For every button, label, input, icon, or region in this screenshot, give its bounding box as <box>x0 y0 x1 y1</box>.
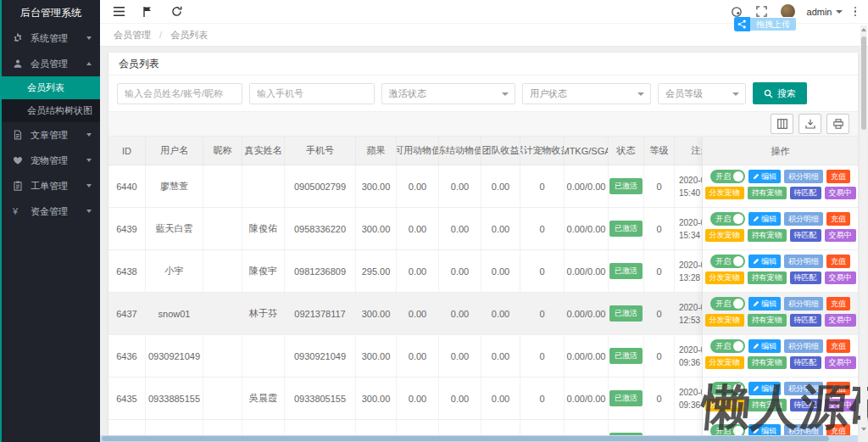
edit-button[interactable]: 编辑 <box>748 424 781 435</box>
edit-button[interactable]: 编辑 <box>748 339 781 353</box>
points-detail-button[interactable]: 积分明细 <box>784 339 823 353</box>
pending-match-button[interactable]: 待匹配 <box>790 356 821 369</box>
cell-avail: 0.00 <box>397 250 439 292</box>
trading-button[interactable]: 交易中 <box>825 399 856 411</box>
points-detail-button[interactable]: 积分明细 <box>784 382 823 395</box>
cell-realname <box>242 165 285 207</box>
edit-button[interactable]: 编辑 <box>748 297 781 311</box>
phone-input[interactable] <box>249 83 375 104</box>
cell-avail: 0.00 <box>397 208 439 249</box>
scroll-down-arrow-icon[interactable] <box>860 425 867 434</box>
distribute-pet-button[interactable]: 分发宠物 <box>705 314 744 327</box>
trading-button[interactable]: 交易中 <box>825 271 856 284</box>
sidebar-item-workorder[interactable]: 工单管理 <box>2 173 100 199</box>
pending-match-button[interactable]: 待匹配 <box>790 271 821 284</box>
held-pets-button[interactable]: 持有宠物 <box>748 314 787 327</box>
recharge-button[interactable]: 充值 <box>826 297 850 311</box>
points-detail-button[interactable]: 积分明细 <box>784 424 823 435</box>
recharge-button[interactable]: 充值 <box>826 339 850 353</box>
member-name-input[interactable] <box>117 83 242 104</box>
activation-status-select[interactable]: 激活状态 <box>381 83 515 104</box>
cell-level: 0 <box>644 208 675 249</box>
sidebar-item-pet[interactable]: 宠物管理 <box>2 148 100 173</box>
distribute-pet-button[interactable]: 分发宠物 <box>705 271 744 284</box>
status-toggle[interactable]: 开启 <box>710 170 745 183</box>
sidebar-item-member[interactable]: 会员管理 <box>2 51 100 76</box>
refresh-icon[interactable] <box>170 5 183 19</box>
status-toggle[interactable]: 开启 <box>710 339 745 353</box>
held-pets-button[interactable]: 持有宠物 <box>748 229 787 242</box>
cell-status: 已激活 <box>609 293 644 334</box>
edit-button[interactable]: 编辑 <box>748 255 781 268</box>
points-detail-button[interactable]: 积分明细 <box>784 170 823 183</box>
held-pets-button[interactable]: 持有宠物 <box>748 271 787 284</box>
pencil-icon <box>753 385 760 392</box>
cell-mtkg: 0.00/0.00 <box>565 420 609 435</box>
sidebar-item-system[interactable]: 系统管理 <box>2 25 100 51</box>
recharge-button[interactable]: 充值 <box>826 424 850 435</box>
sidebar-subitem-member-tree[interactable]: 会员结构树状图 <box>2 99 100 122</box>
sidebar-item-article[interactable]: 文章管理 <box>2 122 100 148</box>
cell-phone: 0968608103 <box>285 420 356 435</box>
status-toggle[interactable]: 开启 <box>710 382 745 395</box>
points-detail-button[interactable]: 积分明细 <box>784 255 823 268</box>
recharge-button[interactable]: 充值 <box>826 212 850 226</box>
pending-match-button[interactable]: 待匹配 <box>790 187 821 199</box>
trading-button[interactable]: 交易中 <box>825 314 856 327</box>
trading-button[interactable]: 交易中 <box>825 229 856 242</box>
horizontal-scrollbar-thumb[interactable] <box>102 436 829 441</box>
pending-match-button[interactable]: 待匹配 <box>790 229 821 242</box>
points-detail-button[interactable]: 积分明细 <box>784 212 823 226</box>
recharge-button[interactable]: 充值 <box>826 382 850 395</box>
status-toggle[interactable]: 开启 <box>710 255 745 268</box>
cell-pet_total: 0 <box>520 165 565 207</box>
breadcrumb-item[interactable]: 会员管理 <box>114 30 151 40</box>
cell-level: 0 <box>644 420 675 435</box>
cell-frozen: 0.00 <box>439 293 481 334</box>
distribute-pet-button[interactable]: 分发宠物 <box>705 356 744 369</box>
held-pets-button[interactable]: 持有宠物 <box>748 399 787 411</box>
pending-match-button[interactable]: 待匹配 <box>790 314 821 327</box>
horizontal-scrollbar[interactable] <box>100 435 858 442</box>
toggle-knob <box>733 171 743 182</box>
search-button[interactable]: 搜索 <box>753 82 807 104</box>
trading-button[interactable]: 交易中 <box>825 187 856 199</box>
flag-icon[interactable] <box>141 5 154 19</box>
status-badge: 已激活 <box>609 221 643 237</box>
column-header-nickname: 昵称 <box>203 137 242 165</box>
cell-realname <box>242 335 285 377</box>
distribute-pet-button[interactable]: 分发宠物 <box>705 187 744 199</box>
cell-team: 0.00 <box>481 250 520 292</box>
print-icon[interactable] <box>826 114 849 134</box>
sidebar-subitem-member-list[interactable]: 会员列表 <box>2 76 100 99</box>
trading-button[interactable]: 交易中 <box>825 356 856 369</box>
pending-match-button[interactable]: 待匹配 <box>790 399 821 411</box>
distribute-pet-button[interactable]: 分发宠物 <box>705 399 744 411</box>
edit-button[interactable]: 编辑 <box>748 382 781 395</box>
kebab-menu-icon[interactable] <box>854 7 857 17</box>
sidebar-item-funds[interactable]: ¥资金管理 <box>2 199 100 224</box>
scroll-up-arrow-icon[interactable] <box>860 25 867 34</box>
cell-status: 已激活 <box>609 250 644 292</box>
recharge-button[interactable]: 充值 <box>826 170 850 183</box>
export-icon[interactable] <box>798 114 821 134</box>
edit-button[interactable]: 编辑 <box>748 170 781 183</box>
held-pets-button[interactable]: 持有宠物 <box>748 356 787 369</box>
cell-username: 0933885155 <box>146 378 203 419</box>
status-toggle[interactable]: 开启 <box>710 424 745 435</box>
distribute-pet-button[interactable]: 分发宠物 <box>705 229 744 242</box>
upload-widget[interactable]: 拖拽上传 <box>734 17 797 31</box>
edit-button[interactable]: 编辑 <box>748 212 781 226</box>
member-level-select[interactable]: 会员等级 <box>658 83 746 104</box>
user-status-select[interactable]: 用户状态 <box>522 83 651 104</box>
columns-filter-icon[interactable] <box>771 114 793 134</box>
status-toggle[interactable]: 开启 <box>710 212 745 226</box>
held-pets-button[interactable]: 持有宠物 <box>748 187 787 199</box>
status-toggle[interactable]: 开启 <box>710 297 745 311</box>
points-detail-button[interactable]: 积分明细 <box>784 297 823 311</box>
recharge-button[interactable]: 充值 <box>826 255 850 268</box>
vertical-scrollbar-thumb[interactable] <box>861 36 866 130</box>
user-menu[interactable]: admin <box>807 7 843 17</box>
vertical-scrollbar[interactable] <box>860 25 867 434</box>
menu-toggle-icon[interactable] <box>112 5 125 19</box>
